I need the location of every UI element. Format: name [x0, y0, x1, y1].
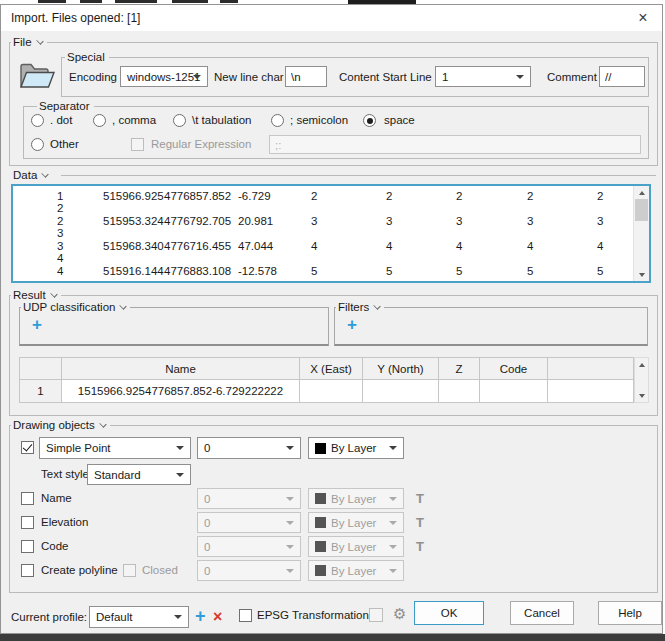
separator-tabulation-radio[interactable] [173, 114, 186, 127]
closed-checkbox[interactable] [123, 564, 136, 577]
elevation-enable-checkbox[interactable] [21, 516, 34, 529]
profile-value: Default [96, 611, 132, 623]
help-button[interactable]: Help [598, 601, 662, 625]
scroll-down-icon[interactable] [634, 268, 649, 281]
cancel-button[interactable]: Cancel [510, 601, 574, 625]
code-cell[interactable] [480, 380, 548, 403]
file-group-header[interactable]: File [11, 35, 47, 49]
current-profile-label: Current profile: [11, 611, 87, 623]
background-fragment [220, 0, 238, 3]
scrollbar-thumb[interactable] [635, 199, 648, 221]
dropdown-arrow-icon [389, 497, 397, 501]
y-cell[interactable] [363, 380, 439, 403]
table-row[interactable]: 1 1515966.9254776857.852-6.729222222 [19, 380, 634, 403]
elevation-layer-value: 0 [204, 517, 210, 529]
code-layer-select: 0 [197, 536, 301, 557]
chevron-down-icon [120, 302, 127, 309]
text-symbol: T [416, 491, 424, 506]
header-y-north: Y (North) [363, 357, 439, 380]
scroll-down-icon[interactable] [635, 389, 648, 402]
add-profile-button[interactable]: + [195, 606, 206, 627]
point-layer-select[interactable]: 0 [197, 437, 301, 459]
dropdown-arrow-icon [389, 446, 397, 450]
name-layer-value: 0 [204, 493, 210, 505]
header-x-east: X (East) [300, 357, 363, 380]
separator-semicolon-radio[interactable] [271, 114, 284, 127]
filters-add-button[interactable]: + [347, 315, 357, 335]
scroll-up-icon[interactable] [634, 186, 649, 199]
profile-select[interactable]: Default [89, 606, 189, 628]
polyline-layer-value: 0 [204, 565, 210, 577]
color-swatch [315, 493, 326, 504]
ok-button[interactable]: OK [414, 601, 484, 625]
separator-comma-label: , comma [112, 114, 156, 126]
background-fragment [115, 0, 157, 3]
delete-profile-button[interactable]: × [213, 608, 222, 626]
create-polyline-checkbox[interactable] [21, 564, 34, 577]
close-icon[interactable]: × [632, 7, 654, 29]
udp-add-button[interactable]: + [32, 315, 42, 335]
point-color-select[interactable]: By Layer [308, 437, 404, 459]
text-style-select[interactable]: Standard [87, 464, 191, 485]
comment-label: Comment [547, 71, 597, 83]
chevron-down-icon [50, 290, 57, 297]
separator-space-radio[interactable] [363, 114, 376, 127]
encoding-label: Encoding [69, 71, 117, 83]
name-cell[interactable]: 1515966.9254776857.852-6.729222222 [62, 380, 300, 403]
special-group-label: Special [65, 50, 109, 64]
closed-label: Closed [142, 564, 178, 576]
separator-other-radio[interactable] [31, 138, 44, 151]
comment-input[interactable] [599, 66, 645, 87]
separator-dot-radio[interactable] [31, 114, 44, 127]
code-row-label: Code [41, 540, 69, 552]
regular-expression-checkbox[interactable] [131, 138, 144, 151]
gear-icon[interactable]: ⚙ [393, 605, 406, 623]
title-bar[interactable]: Import. Files opened: [1] × [1, 5, 662, 31]
dropdown-arrow-icon [389, 521, 397, 525]
drawing-objects-label: Drawing objects [13, 419, 95, 431]
separator-other-label: Other [50, 138, 79, 150]
polyline-layer-select: 0 [197, 560, 301, 581]
separator-dot-label: . dot [50, 114, 72, 126]
udp-classification-label: UDP classification [23, 301, 115, 313]
start-line-select[interactable]: 1 [435, 66, 531, 87]
name-enable-checkbox[interactable] [21, 492, 34, 505]
separator-label-text: Separator [39, 100, 90, 112]
point-type-select[interactable]: Simple Point [39, 437, 191, 459]
start-line-label: Content Start Line [339, 71, 432, 83]
separator-group-label: Separator [37, 99, 94, 113]
data-line: 4515916.1444776883.108-12.57855555 [13, 265, 649, 278]
data-group-label: Data [13, 169, 37, 181]
filters-header[interactable]: Filters [336, 300, 384, 314]
code-enable-checkbox[interactable] [21, 540, 34, 553]
data-scrollbar[interactable] [633, 186, 649, 281]
chevron-down-icon [42, 170, 49, 177]
point-enable-checkbox[interactable] [21, 441, 34, 454]
elevation-color-select: By Layer [308, 512, 404, 533]
separator-comma-radio[interactable] [93, 114, 106, 127]
encoding-select[interactable]: windows-1251 [120, 66, 208, 87]
z-cell[interactable] [439, 380, 480, 403]
code-color-select: By Layer [308, 536, 404, 557]
header-z: Z [439, 357, 480, 380]
dropdown-arrow-icon [286, 545, 294, 549]
data-group-header[interactable]: Data [11, 168, 52, 182]
color-swatch [315, 541, 326, 552]
import-dialog: Import. Files opened: [1] × File Special… [0, 4, 663, 634]
background-fragment [172, 0, 208, 3]
x-cell[interactable] [300, 380, 363, 403]
table-scrollbar[interactable] [634, 357, 649, 403]
data-preview-area[interactable]: 1515966.9254776857.852-6.72922222 2 2515… [11, 184, 651, 283]
background-fragment [38, 0, 66, 3]
dropdown-arrow-icon [286, 497, 294, 501]
chevron-down-icon [99, 420, 106, 427]
extra-cell[interactable] [548, 380, 634, 403]
newline-input[interactable] [285, 66, 327, 87]
drawing-objects-header[interactable]: Drawing objects [11, 418, 110, 432]
epsg-transformation-checkbox[interactable] [239, 609, 252, 622]
scroll-up-icon[interactable] [635, 358, 648, 371]
dropdown-arrow-icon [286, 446, 294, 450]
polyline-color-value: By Layer [331, 565, 376, 577]
dropdown-arrow-icon [516, 75, 524, 79]
udp-classification-header[interactable]: UDP classification [21, 300, 130, 314]
